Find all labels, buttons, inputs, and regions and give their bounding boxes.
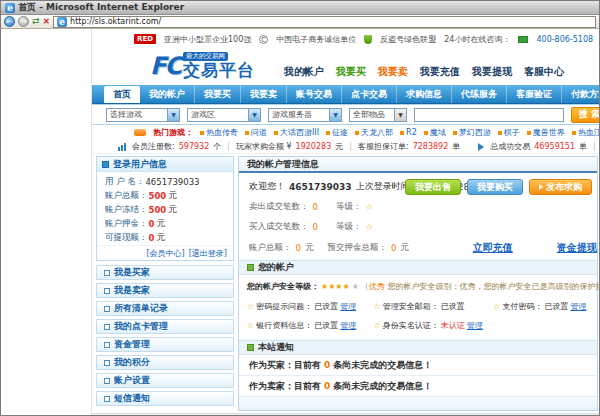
login-info-title: 登录用户信息: [113, 158, 167, 171]
quicklink-buy[interactable]: 我要买: [336, 65, 366, 79]
red-badge: RED: [134, 34, 156, 44]
address-bar[interactable]: e http://sls.oktarint.com/: [53, 16, 596, 28]
hot-game-link[interactable]: 大话西游III: [274, 127, 319, 138]
nav-service-verify[interactable]: 客服验证: [507, 85, 562, 103]
stat-unit: 单: [579, 141, 587, 152]
nav-payment-methods[interactable]: 付款方式: [562, 85, 599, 103]
hot-game-link[interactable]: 问道: [245, 127, 267, 138]
hot-game-link[interactable]: 魔兽世界: [527, 127, 565, 138]
quicklink-sell[interactable]: 我要卖: [378, 65, 408, 79]
panel-footer: [239, 397, 597, 410]
chevron-down-icon[interactable]: ▼: [394, 109, 406, 121]
withdraw-link[interactable]: 资金提现: [557, 241, 597, 255]
sidebar-item-account-settings[interactable]: 账户设置: [96, 373, 234, 388]
member-center-link[interactable]: [会员中心]: [147, 248, 185, 259]
nav-home[interactable]: 首页: [104, 86, 140, 103]
manage-link[interactable]: 管理: [467, 320, 483, 331]
hotline-phone[interactable]: 400-806-5108: [536, 35, 593, 44]
bullet-icon: [453, 131, 457, 135]
security-item-safe-email: ☆ 管理安全邮箱： 已设置: [374, 301, 494, 312]
stat-value: 597932: [179, 142, 210, 151]
bullet-icon: [200, 131, 204, 135]
cert-green-alliance: 反盗号绿色联盟: [380, 34, 436, 45]
bullet-icon: [326, 131, 330, 135]
window-icon: [104, 360, 110, 366]
quicklink-my-account[interactable]: 我的帐户: [284, 65, 324, 79]
buy-button[interactable]: 我要购买: [467, 179, 523, 195]
bullet-icon: [400, 131, 404, 135]
sidebar-item-sms-notify[interactable]: 短信通知: [96, 391, 234, 406]
hot-game-link[interactable]: 热血传奇: [200, 127, 238, 138]
quicklink-withdraw[interactable]: 我要提现: [472, 65, 512, 79]
site-stats-row: 会员注册数:597932个 | 玩家求购金额 ¥1920283元 | 客服担保订…: [92, 140, 599, 154]
title-bar: e 首页 - Microsoft Internet Explorer: [1, 1, 599, 15]
security-item-password-question: ☆ 密码提示问题： 已设置 管理: [247, 301, 374, 312]
seller-notice-row: 作为卖家：目前有 0 条尚未完成的交易信息！: [239, 376, 597, 397]
sidebar-item-funds[interactable]: 资金管理: [96, 337, 234, 352]
hot-game-link[interactable]: 棋子: [498, 127, 520, 138]
ie-url-icon: e: [57, 17, 67, 27]
manage-link[interactable]: 管理: [570, 301, 586, 312]
post-wanted-button[interactable]: 发布求购: [529, 179, 592, 195]
nav-my-account[interactable]: 我的帐户: [140, 85, 195, 103]
sell-button[interactable]: 我要出售: [405, 179, 461, 195]
bullet-icon: [572, 131, 576, 135]
nav-sell[interactable]: 我要卖: [241, 85, 287, 103]
username-field: 用 户 名： 4651739033: [97, 175, 233, 189]
hot-icon: [134, 129, 146, 136]
sidebar: 登录用户信息 用 户 名： 4651739033 账户总额： 500 元 账: [96, 156, 234, 409]
chevron-down-icon[interactable]: ▼: [248, 109, 260, 121]
hot-game-link[interactable]: 征途: [326, 127, 348, 138]
sidebar-item-order-records[interactable]: 所有清单记录: [96, 301, 234, 316]
logout-link[interactable]: [退出登录]: [189, 248, 227, 259]
area-select[interactable]: 游戏区▼: [187, 108, 261, 122]
nav-account-trade[interactable]: 账号交易: [287, 85, 342, 103]
url-text: http://sls.oktarint.com/: [70, 17, 161, 26]
account-manage-panel: 我的帐户管理信息 欢迎您！ 4651739033 上次登录时间： 2013-7-…: [238, 156, 598, 411]
sidebar-item-buyer[interactable]: 我是买家: [96, 265, 234, 280]
chevron-down-icon[interactable]: ▼: [167, 109, 179, 121]
hot-games-label: 热门游戏：: [153, 127, 193, 138]
star-icons: ★★★★: [321, 282, 350, 291]
back-button[interactable]: ←: [4, 16, 15, 27]
search-keyword-input[interactable]: [414, 108, 564, 122]
server-select[interactable]: 游戏服务器▼: [268, 108, 342, 122]
hot-game-link[interactable]: 天龙八部: [355, 127, 393, 138]
recharge-link[interactable]: 立即充值: [473, 241, 513, 255]
refresh-icon[interactable]: ⇄: [32, 16, 40, 27]
window-icon: [104, 288, 110, 294]
sidebar-item-card-manage[interactable]: 我的点卡管理: [96, 319, 234, 334]
category-select[interactable]: 全部物品▼: [349, 108, 407, 122]
quicklink-service[interactable]: 客服中心: [524, 65, 564, 79]
account-icon: [247, 264, 254, 271]
site-logo[interactable]: FC 最大的交易网 交易平台: [150, 52, 255, 79]
stop-icon[interactable]: ×: [43, 16, 51, 27]
welcome-label: 欢迎您！: [249, 180, 285, 193]
nav-leveling-service[interactable]: 代练服务: [452, 85, 507, 103]
security-items-grid: ☆ 密码提示问题： 已设置 管理 ☆ 管理安全邮箱： 已设置: [247, 301, 589, 331]
hot-game-link[interactable]: 魔域: [424, 127, 446, 138]
login-info-header: 登录用户信息: [97, 157, 233, 172]
stat-value: 7283892: [413, 142, 449, 151]
forward-button[interactable]: →: [18, 16, 29, 27]
hot-game-link[interactable]: 热血江湖: [572, 127, 599, 138]
security-item-real-name: ☆ 身份实名认证： 未认证 管理: [374, 320, 494, 331]
manage-link[interactable]: 管理: [340, 320, 356, 331]
nav-wanted-info[interactable]: 求购信息: [397, 85, 452, 103]
quicklink-recharge[interactable]: 我要充值: [420, 65, 460, 79]
sidebar-item-points[interactable]: 我的积分: [96, 355, 234, 370]
username-text: 4651739033: [289, 182, 352, 192]
cert-asia-top100: 亚洲中小型景企业100强: [164, 34, 251, 45]
chevron-down-icon[interactable]: ▼: [329, 109, 341, 121]
hot-game-link[interactable]: R2: [400, 128, 417, 137]
game-select[interactable]: 选择游戏▼: [106, 108, 180, 122]
frozen-field: 账户冻结： 500 元: [97, 203, 233, 217]
nav-buy[interactable]: 我要买: [195, 85, 241, 103]
manage-link[interactable]: 管理: [340, 301, 356, 312]
security-item-pay-password: ☆ 支付密码： 已设置 管理: [493, 301, 589, 312]
sidebar-item-seller[interactable]: 我是卖家: [96, 283, 234, 298]
stat-value: 46959151: [534, 142, 575, 151]
nav-card-trade[interactable]: 点卡交易: [342, 85, 397, 103]
hot-game-link[interactable]: 梦幻西游: [453, 127, 491, 138]
search-button[interactable]: 搜 索: [571, 107, 599, 123]
